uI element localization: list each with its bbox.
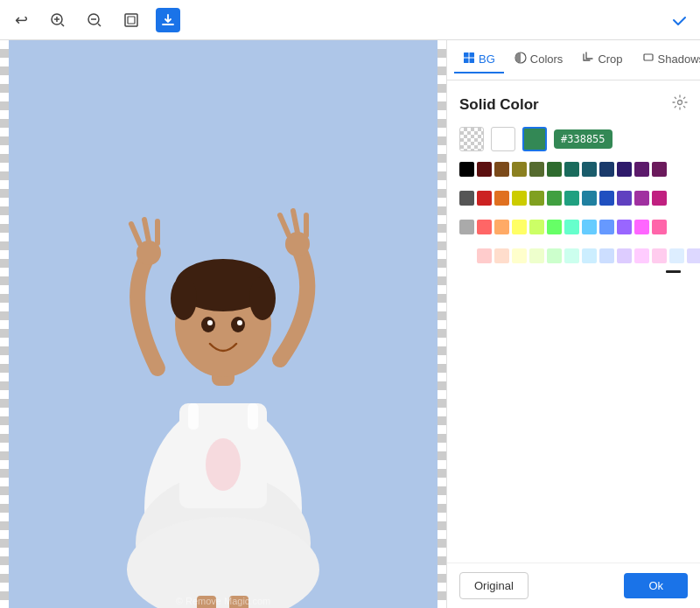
zoom-in-button[interactable] bbox=[46, 8, 70, 32]
original-button[interactable]: Original bbox=[459, 572, 528, 599]
color-cell[interactable] bbox=[652, 248, 667, 263]
bottom-buttons: Original Ok bbox=[447, 563, 700, 608]
color-cell[interactable] bbox=[617, 162, 632, 177]
color-cell[interactable] bbox=[477, 191, 492, 206]
svg-text:© Remove Magic.com: © Remove Magic.com bbox=[176, 596, 270, 606]
color-cell[interactable] bbox=[529, 220, 544, 234]
color-cell[interactable] bbox=[669, 191, 684, 206]
confirm-button[interactable] bbox=[667, 8, 691, 32]
color-cell[interactable] bbox=[547, 191, 562, 206]
underline-indicator bbox=[666, 270, 681, 273]
color-cell[interactable] bbox=[582, 220, 597, 234]
bg-tab-icon bbox=[463, 52, 475, 66]
tab-crop[interactable]: Crop bbox=[573, 46, 631, 73]
color-preset-row: #338855 bbox=[459, 127, 688, 151]
color-cell[interactable] bbox=[547, 220, 562, 234]
ok-button[interactable]: Ok bbox=[624, 573, 688, 598]
color-cell[interactable] bbox=[687, 248, 700, 263]
color-cell[interactable] bbox=[582, 162, 597, 177]
download-button[interactable] bbox=[156, 8, 180, 32]
color-cell[interactable] bbox=[564, 191, 579, 206]
svg-line-3 bbox=[61, 24, 64, 26]
panel-title: Solid Color bbox=[459, 96, 539, 114]
color-cell[interactable] bbox=[634, 248, 649, 263]
color-cell[interactable] bbox=[652, 191, 667, 206]
zoom-out-button[interactable] bbox=[82, 8, 107, 32]
color-cell[interactable] bbox=[512, 220, 527, 234]
white-swatch[interactable] bbox=[491, 127, 515, 151]
color-cell[interactable] bbox=[512, 162, 527, 177]
tab-bar: BG Colors Crop bbox=[447, 40, 700, 80]
svg-rect-42 bbox=[644, 54, 653, 60]
color-cell[interactable] bbox=[599, 162, 614, 177]
color-cell[interactable] bbox=[669, 220, 684, 234]
tab-shadows[interactable]: Shadows bbox=[634, 46, 700, 73]
color-grid-row4 bbox=[459, 248, 688, 263]
color-cell[interactable] bbox=[564, 220, 579, 234]
svg-point-26 bbox=[249, 276, 276, 320]
svg-point-29 bbox=[207, 320, 213, 325]
color-cell[interactable] bbox=[599, 191, 614, 206]
svg-rect-31 bbox=[188, 403, 199, 430]
fit-button[interactable] bbox=[119, 8, 144, 32]
main-area: © Remove Magic.com BG bbox=[0, 40, 700, 608]
settings-icon[interactable] bbox=[672, 94, 688, 115]
color-cell[interactable] bbox=[617, 220, 632, 234]
color-cell[interactable] bbox=[634, 162, 649, 177]
colors-tab-icon bbox=[514, 52, 527, 66]
color-cell[interactable] bbox=[459, 248, 474, 263]
color-cell[interactable] bbox=[529, 162, 544, 177]
crop-tab-icon bbox=[582, 52, 594, 66]
color-cell[interactable] bbox=[512, 248, 527, 263]
svg-rect-37 bbox=[464, 52, 469, 58]
color-cell[interactable] bbox=[599, 220, 614, 234]
tab-colors-label: Colors bbox=[530, 52, 564, 66]
transparent-swatch[interactable] bbox=[459, 127, 484, 151]
color-cell[interactable] bbox=[477, 248, 492, 263]
color-cell[interactable] bbox=[494, 162, 509, 177]
color-cell[interactable] bbox=[477, 220, 492, 234]
color-cell[interactable] bbox=[494, 220, 509, 234]
color-cell[interactable] bbox=[529, 191, 544, 206]
color-cell[interactable] bbox=[582, 248, 597, 263]
color-cell[interactable] bbox=[494, 248, 509, 263]
color-cell[interactable] bbox=[634, 191, 649, 206]
shadows-tab-icon bbox=[642, 52, 654, 66]
color-cell[interactable] bbox=[634, 220, 649, 234]
color-cell[interactable] bbox=[687, 162, 700, 177]
color-cell[interactable] bbox=[547, 248, 562, 263]
color-grid-row2 bbox=[459, 191, 688, 206]
color-cell[interactable] bbox=[617, 248, 632, 263]
color-cell[interactable] bbox=[547, 162, 562, 177]
selection-indicator bbox=[459, 270, 688, 273]
color-cell[interactable] bbox=[687, 191, 700, 206]
canvas-area[interactable]: © Remove Magic.com bbox=[0, 40, 446, 608]
color-cell[interactable] bbox=[687, 220, 700, 234]
color-cell[interactable] bbox=[599, 248, 614, 263]
color-cell[interactable] bbox=[459, 162, 474, 177]
hex-color-badge[interactable]: #338855 bbox=[554, 129, 612, 149]
svg-rect-38 bbox=[470, 52, 475, 58]
color-cell[interactable] bbox=[617, 191, 632, 206]
color-cell[interactable] bbox=[564, 248, 579, 263]
color-cell[interactable] bbox=[582, 191, 597, 206]
color-grid-row1 bbox=[459, 162, 688, 177]
undo-button[interactable]: ↩ bbox=[9, 8, 33, 32]
color-cell[interactable] bbox=[564, 162, 579, 177]
color-cell[interactable] bbox=[669, 248, 684, 263]
color-cell[interactable] bbox=[459, 220, 474, 234]
color-cell[interactable] bbox=[669, 162, 684, 177]
color-cell[interactable] bbox=[652, 162, 667, 177]
active-color-swatch[interactable] bbox=[522, 127, 547, 151]
color-cell[interactable] bbox=[529, 248, 544, 263]
svg-rect-32 bbox=[248, 403, 258, 430]
color-cell[interactable] bbox=[652, 220, 667, 234]
svg-point-33 bbox=[206, 438, 241, 491]
tab-bg[interactable]: BG bbox=[454, 46, 504, 73]
color-cell[interactable] bbox=[494, 191, 509, 206]
right-panel: BG Colors Crop bbox=[446, 40, 700, 608]
color-cell[interactable] bbox=[477, 162, 492, 177]
color-cell[interactable] bbox=[512, 191, 527, 206]
tab-colors[interactable]: Colors bbox=[506, 46, 572, 73]
color-cell[interactable] bbox=[459, 191, 474, 206]
